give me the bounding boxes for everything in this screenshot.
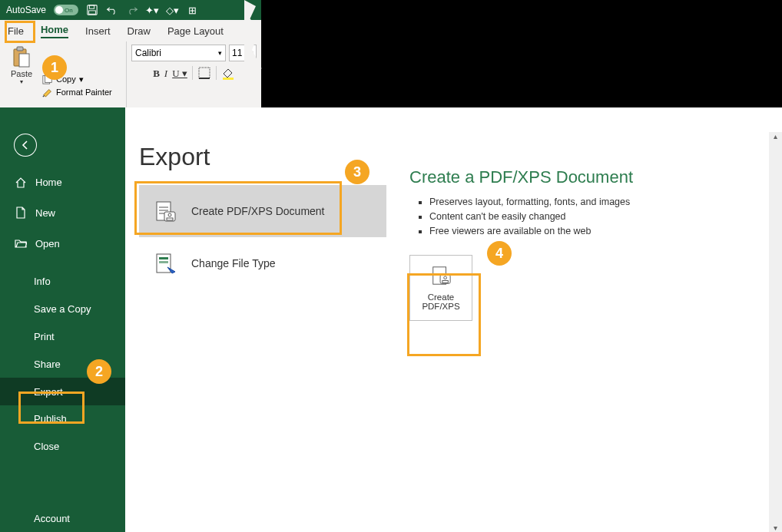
qat-icon-2[interactable]: ◇▾ bbox=[166, 4, 178, 16]
svg-rect-8 bbox=[199, 68, 210, 78]
callout-1: 1 bbox=[42, 55, 67, 80]
ribbon-tabs: File Home Insert Draw Page Layout bbox=[0, 20, 261, 41]
sidebar-item-new[interactable]: New bbox=[0, 198, 125, 229]
tab-file[interactable]: File bbox=[8, 25, 24, 37]
font-name-combo[interactable]: Calibri▾ bbox=[131, 45, 226, 61]
redo-icon[interactable] bbox=[126, 4, 138, 16]
title-bar: AutoSave On ✦▾ ◇▾ ⊞ bbox=[0, 0, 261, 20]
open-icon bbox=[14, 236, 28, 250]
svg-rect-26 bbox=[159, 257, 168, 259]
callout-4: 4 bbox=[487, 241, 512, 266]
pdf-icon bbox=[153, 199, 177, 223]
home-icon bbox=[14, 176, 28, 190]
border-button[interactable] bbox=[197, 66, 211, 80]
back-button[interactable] bbox=[14, 134, 37, 157]
paste-label: Paste bbox=[11, 69, 32, 78]
autosave-toggle[interactable]: On bbox=[54, 5, 78, 15]
sidebar-item-export[interactable]: Export bbox=[0, 378, 125, 405]
svg-rect-2 bbox=[89, 11, 96, 14]
change-type-icon bbox=[153, 251, 177, 276]
svg-rect-27 bbox=[159, 261, 168, 263]
ribbon-container: AutoSave On ✦▾ ◇▾ ⊞ File Home Insert Dra… bbox=[0, 0, 261, 124]
sidebar-item-open[interactable]: Open bbox=[0, 228, 125, 259]
underline-button[interactable]: U ▾ bbox=[172, 68, 187, 80]
tab-insert[interactable]: Insert bbox=[85, 25, 111, 37]
undo-icon[interactable] bbox=[106, 4, 118, 16]
new-icon bbox=[14, 206, 28, 220]
export-detail-title: Create a PDF/XPS Document bbox=[409, 167, 759, 187]
printer-icon bbox=[429, 265, 452, 286]
fill-color-button[interactable] bbox=[221, 66, 235, 80]
paste-button[interactable]: Paste ▾ bbox=[11, 46, 32, 85]
sidebar-item-publish[interactable]: Publish bbox=[0, 405, 125, 433]
bold-button[interactable]: B bbox=[153, 68, 160, 80]
export-option-change-type[interactable]: Change File Type bbox=[139, 237, 386, 289]
format-painter-button[interactable]: Format Painter bbox=[42, 87, 112, 97]
backstage-sidebar: Home New Open Info Save a Copy Print Sha… bbox=[0, 107, 125, 532]
vertical-scrollbar[interactable] bbox=[769, 132, 782, 532]
export-option-pdf[interactable]: Create PDF/XPS Document bbox=[139, 185, 386, 237]
export-detail-panel: Create a PDF/XPS Document Preserves layo… bbox=[386, 132, 782, 532]
qat-icon-3[interactable]: ⊞ bbox=[186, 4, 198, 16]
svg-rect-4 bbox=[17, 47, 23, 51]
tab-page-layout[interactable]: Page Layout bbox=[167, 25, 224, 37]
create-pdf-button[interactable]: Create PDF/XPS bbox=[409, 255, 472, 321]
export-benefits-list: Preserves layout, formatting, fonts, and… bbox=[409, 197, 759, 236]
callout-3: 3 bbox=[345, 160, 369, 184]
sidebar-item-account[interactable]: Account bbox=[0, 504, 125, 532]
italic-button[interactable]: I bbox=[164, 68, 167, 80]
sidebar-item-info[interactable]: Info bbox=[0, 268, 125, 296]
sidebar-item-print[interactable]: Print bbox=[0, 323, 125, 351]
autosave-label: AutoSave bbox=[6, 5, 46, 15]
tab-home[interactable]: Home bbox=[41, 24, 68, 38]
svg-rect-5 bbox=[19, 54, 29, 67]
callout-2: 2 bbox=[87, 359, 111, 384]
backstage-main: Export Create PDF/XPS Document Change Fi… bbox=[125, 107, 782, 532]
sidebar-item-save-copy[interactable]: Save a Copy bbox=[0, 296, 125, 323]
backstage-view: Home New Open Info Save a Copy Print Sha… bbox=[0, 107, 782, 532]
tab-draw[interactable]: Draw bbox=[128, 25, 151, 37]
sidebar-item-close[interactable]: Close bbox=[0, 433, 125, 461]
qat-icon-1[interactable]: ✦▾ bbox=[146, 4, 158, 16]
svg-rect-10 bbox=[223, 78, 234, 80]
sidebar-item-home[interactable]: Home bbox=[0, 167, 125, 198]
save-icon[interactable] bbox=[86, 4, 98, 16]
export-options-panel: Export Create PDF/XPS Document Change Fi… bbox=[125, 132, 386, 532]
svg-rect-1 bbox=[90, 5, 94, 8]
